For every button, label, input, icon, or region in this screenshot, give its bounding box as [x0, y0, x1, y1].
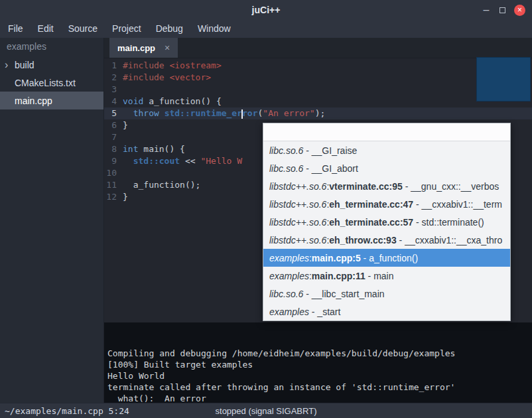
code-text: int main() {	[123, 143, 185, 155]
code-line-4[interactable]: 4void a_function() {	[104, 96, 532, 107]
pp-token: #include	[123, 60, 165, 70]
code-text: #include <vector>	[123, 72, 211, 84]
plain-token: - main	[366, 271, 394, 281]
tab-label: main.cpp	[117, 43, 155, 53]
maximize-icon[interactable]	[499, 7, 505, 13]
kw-token: throw	[133, 108, 159, 118]
line-number: 5	[104, 107, 123, 119]
line-number: 4	[104, 96, 123, 107]
popup-filter-input[interactable]	[263, 123, 510, 141]
line-number: 3	[104, 84, 123, 96]
stack-frame-row[interactable]: libc.so.6 - __GI_abort	[263, 159, 510, 177]
terminal-output: Compiling and debugging /home/eidheim/ex…	[107, 348, 529, 403]
code-line-2[interactable]: 2#include <vector>	[104, 72, 532, 84]
menu-debug[interactable]: Debug	[149, 20, 190, 38]
stack-frame-row[interactable]: examples:main.cpp:11 - main	[263, 267, 510, 285]
stack-trace-popup: libc.so.6 - __GI_raiselibc.so.6 - __GI_a…	[263, 123, 511, 321]
terminal-line: what(): An error	[107, 393, 529, 403]
status-file-position: ~/examples/main.cpp 5:24	[0, 406, 129, 416]
tab-close-icon[interactable]: ×	[165, 42, 170, 53]
stack-frame-row[interactable]: libstdc++.so.6:vterminate.cc:95 - __gnu_…	[263, 177, 510, 195]
sidebar: examples ›buildCMakeLists.txtmain.cpp	[0, 38, 104, 403]
menu-project[interactable]: Project	[105, 20, 149, 38]
plain-token: }	[123, 120, 128, 130]
lib-token: examples	[269, 271, 309, 281]
menu-window[interactable]: Window	[190, 20, 238, 38]
stack-frame-row[interactable]: libstdc++.so.6:eh_terminate.cc:47 - __cx…	[263, 195, 510, 213]
code-line-5[interactable]: 5 throw std::runtime_error("An error");	[104, 107, 532, 119]
menu-edit[interactable]: Edit	[31, 20, 61, 38]
menu-source[interactable]: Source	[61, 20, 105, 38]
lib-token: libstdc++.so.6	[269, 217, 326, 228]
window-controls: – ×	[482, 0, 525, 20]
titlebar[interactable]: juCi++ – ×	[0, 0, 532, 20]
plain-token: - __libc_start_main	[303, 289, 384, 299]
plain-token: main() {	[138, 144, 184, 154]
tree-item-label: build	[15, 60, 34, 70]
minimize-button[interactable]: –	[482, 0, 491, 20]
plain-token: - __GI_raise	[303, 145, 357, 156]
lib-token: libstdc++.so.6	[269, 235, 326, 245]
project-name: examples	[0, 38, 103, 56]
line-number: 8	[104, 143, 123, 155]
line-number: 11	[104, 179, 123, 191]
stack-frame-row[interactable]: libstdc++.so.6:eh_throw.cc:93 - __cxxabi…	[263, 231, 510, 249]
main-area: main.cpp × 1#include <iostream>2#include…	[104, 38, 532, 403]
tree-item-main-cpp[interactable]: main.cpp	[0, 92, 103, 109]
tree-item-build[interactable]: ›build	[0, 56, 103, 74]
code-text: #include <iostream>	[123, 60, 222, 72]
tabbar: main.cpp ×	[104, 38, 532, 58]
chevron-right-icon: ›	[5, 58, 8, 70]
window-body: examples ›buildCMakeLists.txtmain.cpp ma…	[0, 38, 532, 403]
plain-token: a_function() {	[143, 96, 221, 106]
tree-item-label: CMakeLists.txt	[15, 78, 76, 88]
stack-frame-row[interactable]: libstdc++.so.6:eh_terminate.cc:57 - std:…	[263, 213, 510, 231]
plain-token	[123, 156, 133, 166]
code-line-1[interactable]: 1#include <iostream>	[104, 60, 532, 72]
lib-token: libc.so.6	[269, 145, 303, 156]
lib-token: examples	[269, 307, 309, 317]
plain-token: - __gnu_cxx::__verbos	[403, 181, 499, 192]
line-number: 10	[104, 167, 123, 179]
stack-frame-row[interactable]: examples:main.cpp:5 - a_function()	[263, 249, 510, 267]
line-number: 12	[104, 191, 123, 203]
popup-list: libc.so.6 - __GI_raiselibc.so.6 - __GI_a…	[263, 141, 510, 320]
code-text: std::cout << "Hello W	[123, 155, 242, 167]
code-line-3[interactable]: 3	[104, 84, 532, 96]
line-number: 1	[104, 60, 123, 72]
plain-token: }	[123, 192, 128, 202]
code-text: void a_function() {	[123, 96, 222, 107]
line-number: 2	[104, 72, 123, 84]
code-text: a_function();	[123, 179, 200, 191]
stack-frame-row[interactable]: libc.so.6 - __libc_start_main	[263, 285, 510, 303]
line-number: 9	[104, 155, 123, 167]
lib-token: libc.so.6	[269, 289, 303, 299]
window-title: juCi++	[252, 5, 281, 15]
plain-token: - _start	[309, 307, 340, 317]
plain-token: <<	[180, 156, 200, 166]
menu-file[interactable]: File	[1, 20, 31, 38]
pp-token: #include	[123, 72, 165, 82]
line-number: 7	[104, 131, 123, 143]
close-button[interactable]: ×	[514, 5, 525, 16]
menubar: FileEditSourceProjectDebugWindow	[0, 20, 532, 38]
plain-token: - a_function()	[361, 253, 418, 263]
str-token: "Hello W	[200, 156, 242, 166]
tree-item-cmakelists-txt[interactable]: CMakeLists.txt	[0, 74, 103, 92]
loc-token: vterminate.cc:95	[329, 181, 403, 192]
plain-token: a_function();	[123, 180, 200, 190]
code-text: throw std::runtime_error("An error");	[123, 107, 325, 119]
plain-token	[159, 108, 165, 118]
plain-token: - __cxxabiv1::__cxa_thro	[397, 235, 503, 245]
stack-frame-row[interactable]: examples - _start	[263, 303, 510, 320]
debug-tooltip	[476, 57, 531, 102]
loc-token: eh_throw.cc:93	[329, 235, 396, 245]
stack-frame-row[interactable]: libc.so.6 - __GI_raise	[263, 141, 510, 159]
file-tree: ›buildCMakeLists.txtmain.cpp	[0, 56, 103, 109]
terminal-panel[interactable]: Compiling and debugging /home/eidheim/ex…	[104, 322, 532, 403]
tab-main-cpp[interactable]: main.cpp ×	[109, 38, 178, 58]
line-number: 6	[104, 119, 123, 131]
lib-token: libc.so.6	[269, 163, 303, 174]
kw-token: void	[123, 96, 143, 106]
type-token: std::runtime_er	[165, 108, 242, 118]
